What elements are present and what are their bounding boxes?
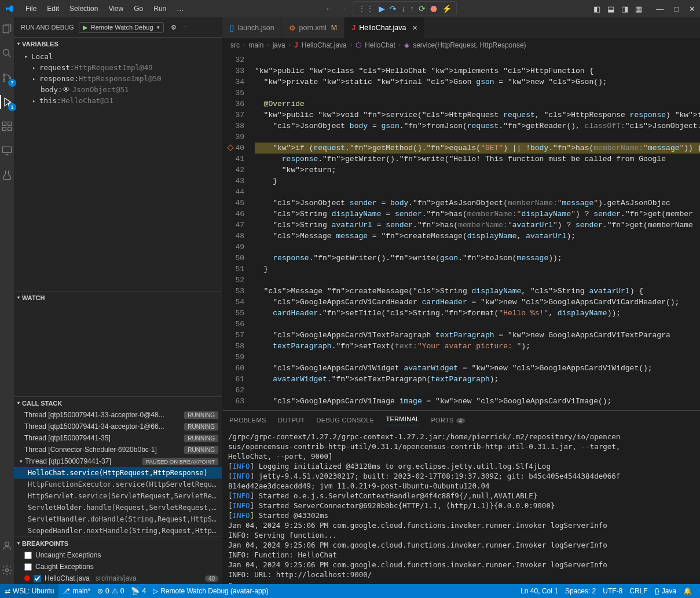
status-linecol[interactable]: Ln 40, Col 1: [517, 587, 562, 595]
stack-frame[interactable]: ServletHandler.doHandle(String,Request,H…: [14, 513, 222, 525]
status-debug[interactable]: ▷Remote Watch Debug (avatar-app): [149, 587, 272, 595]
nav-back-icon[interactable]: ←: [325, 4, 333, 13]
svg-rect-8: [8, 127, 12, 131]
status-spaces[interactable]: Spaces: 2: [562, 587, 599, 595]
menu-file[interactable]: File: [21, 2, 41, 15]
variable-response[interactable]: ▸response: HttpResponseImpl@50: [14, 73, 222, 84]
remote-explorer-icon[interactable]: [0, 144, 14, 158]
debug-settings-icon[interactable]: ⚙: [171, 24, 177, 31]
bp-uncaught[interactable]: Uncaught Exceptions: [14, 549, 222, 561]
debug-config-selector[interactable]: ▶ Remote Watch Debug ▾: [79, 22, 164, 33]
svg-point-0: [3, 49, 9, 55]
status-eol[interactable]: CRLF: [626, 587, 651, 595]
thread-row[interactable]: Thread [qtp1500079441-35]RUNNING: [14, 432, 222, 444]
layout-panel-right-icon[interactable]: ◨: [621, 5, 628, 13]
thread-row-paused[interactable]: ▾Thread [qtp1500079441-37]PAUSED ON BREA…: [14, 455, 222, 467]
remote-icon: ⇄: [5, 587, 10, 595]
source-control-icon[interactable]: 7: [0, 71, 14, 85]
stack-frame[interactable]: HttpServlet.service(ServletRequest,Servl…: [14, 490, 222, 502]
status-encoding[interactable]: UTF-8: [599, 587, 626, 595]
tab-hellochat-java[interactable]: JHelloChat.java✕: [344, 17, 424, 38]
restart-icon[interactable]: ⟳: [419, 4, 426, 13]
variables-scope-local[interactable]: ▾Local: [14, 51, 222, 62]
play-icon: ▶: [83, 24, 87, 31]
menu-more[interactable]: …: [172, 2, 188, 15]
nav-forward-icon[interactable]: →: [339, 4, 347, 13]
status-notifications-icon[interactable]: 🔔: [680, 587, 695, 595]
bp-checkbox[interactable]: [24, 563, 32, 571]
status-language[interactable]: {}Java: [651, 587, 680, 595]
editor[interactable]: 3233343536373839404142434445464748495051…: [222, 52, 700, 410]
window-minimize-icon[interactable]: ―: [656, 5, 664, 13]
thread-row[interactable]: Thread [qtp1500079441-33-acceptor-0@48..…: [14, 409, 222, 421]
stack-frame[interactable]: HelloChat.service(HttpRequest,HttpRespon…: [14, 467, 222, 479]
continue-icon[interactable]: ▶: [379, 4, 385, 13]
tab-pom-xml[interactable]: ⚙pom.xmlM: [282, 17, 345, 38]
tab-launch-json[interactable]: {}launch.json: [222, 17, 282, 38]
panel-tab-problems[interactable]: PROBLEMS: [229, 417, 266, 424]
gutter[interactable]: 3233343536373839404142434445464748495051…: [222, 52, 250, 410]
layout-panel-bottom-icon[interactable]: ⬓: [607, 5, 614, 13]
terminal-output[interactable]: /grpc/grpc-context/1.27.2/grpc-context-1…: [222, 429, 700, 584]
bp-file[interactable]: HelloChat.javasrc/main/java40: [14, 573, 222, 584]
close-icon[interactable]: ✕: [412, 24, 417, 32]
variable-request[interactable]: ▸request: HttpRequestImpl@49: [14, 62, 222, 73]
thread-row[interactable]: Thread [Connector-Scheduler-6920b0bc-1]R…: [14, 444, 222, 455]
status-problems[interactable]: ⊘0⚠0: [94, 587, 127, 595]
accounts-icon[interactable]: [0, 539, 14, 553]
activity-bar: 7 1: [0, 17, 14, 584]
variable-this[interactable]: ▸this: HelloChat@31: [14, 95, 222, 106]
code-area[interactable]: "kw">public "kw">class "cls">HelloChat "…: [250, 52, 700, 410]
menu-selection[interactable]: Selection: [65, 2, 102, 15]
variable-body[interactable]: body: 👁JsonObject@51: [14, 84, 222, 95]
method-icon: ◈: [404, 41, 409, 49]
extensions-icon[interactable]: [0, 119, 14, 133]
stack-frame[interactable]: ScopedHandler.nextHandle(String,Request,…: [14, 525, 222, 537]
stack-frame[interactable]: ServletHolder.handle(Request,ServletRequ…: [14, 502, 222, 513]
window-close-icon[interactable]: ✕: [689, 5, 695, 13]
drag-handle-icon[interactable]: ⋮⋮: [358, 4, 374, 13]
callstack-list: Thread [qtp1500079441-33-acceptor-0@48..…: [14, 409, 222, 537]
run-debug-icon[interactable]: 1: [0, 95, 14, 109]
status-remote[interactable]: ⇄WSL: Ubuntu: [0, 584, 58, 598]
step-into-icon[interactable]: ↓: [401, 4, 405, 13]
testing-icon[interactable]: [0, 168, 14, 182]
bp-checkbox[interactable]: [24, 552, 32, 559]
bp-checkbox[interactable]: [34, 575, 41, 582]
bp-caught[interactable]: Caught Exceptions: [14, 561, 222, 573]
status-branch[interactable]: ⎇main*: [58, 587, 94, 595]
breadcrumbs[interactable]: src› main› java› JHelloChat.java› ⬡Hello…: [222, 38, 700, 52]
callstack-section[interactable]: CALL STACK: [14, 396, 222, 409]
breakpoints-section[interactable]: BREAKPOINTS: [14, 537, 222, 549]
panel-tab-debug-console[interactable]: DEBUG CONSOLE: [317, 417, 375, 424]
menu-view[interactable]: View: [104, 2, 128, 15]
menu-go[interactable]: Go: [129, 2, 148, 15]
menu-edit[interactable]: Edit: [42, 2, 64, 15]
panel-tab-terminal[interactable]: TERMINAL: [386, 415, 419, 425]
layout-customize-icon[interactable]: ▦: [635, 5, 642, 13]
settings-gear-icon[interactable]: [0, 563, 14, 577]
debug-icon: ▷: [153, 587, 158, 595]
menu-run[interactable]: Run: [149, 2, 171, 15]
xml-icon: ⚙: [289, 24, 296, 32]
variables-section[interactable]: VARIABLES: [14, 37, 222, 50]
watch-section[interactable]: WATCH: [14, 291, 222, 304]
search-icon[interactable]: [0, 46, 14, 60]
stop-icon[interactable]: ⬣: [430, 4, 437, 13]
svg-rect-5: [3, 122, 6, 126]
more-actions-icon[interactable]: ⋯: [181, 24, 188, 31]
panel-tab-output[interactable]: OUTPUT: [278, 417, 305, 424]
stack-frame[interactable]: HttpFunctionExecutor.service(HttpServlet…: [14, 479, 222, 490]
explorer-icon[interactable]: [0, 22, 14, 36]
layout-panel-left-icon[interactable]: ◧: [593, 5, 600, 13]
window-maximize-icon[interactable]: □: [674, 5, 679, 13]
hot-reload-icon[interactable]: ⚡: [442, 4, 452, 13]
panel-tab-ports[interactable]: PORTS4: [431, 417, 465, 424]
svg-point-11: [6, 569, 9, 572]
sidebar-title: RUN AND DEBUG: [21, 24, 74, 31]
step-over-icon[interactable]: ↷: [390, 4, 397, 13]
status-ports[interactable]: 📡4: [127, 587, 149, 595]
step-out-icon[interactable]: ↑: [410, 4, 414, 13]
thread-row[interactable]: Thread [qtp1500079441-34-acceptor-1@66..…: [14, 421, 222, 432]
scm-badge: 7: [8, 79, 16, 87]
